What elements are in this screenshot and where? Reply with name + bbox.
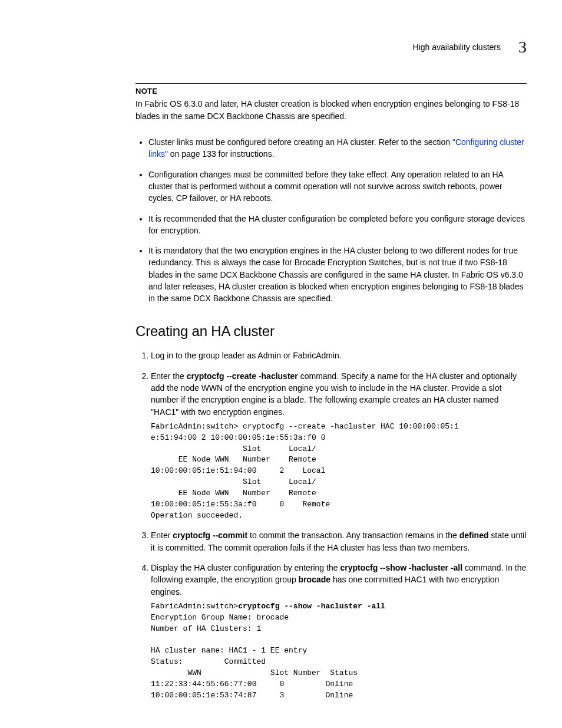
code-block: FabricAdmin:switch>cryptocfg --show -hac…: [151, 601, 527, 701]
bullet-item: Configuration changes must be committed …: [148, 169, 527, 205]
cmd: -hacluster: [259, 371, 298, 381]
step-text: to commit the transaction. Any transacti…: [247, 531, 459, 540]
code-prompt: FabricAdmin:switch>: [151, 602, 238, 611]
bullet-item: It is mandatory that the two encryption …: [148, 245, 527, 304]
code-output: Encryption Group Name: brocade Number of…: [151, 613, 358, 700]
bullet-item: It is recommended that the HA cluster co…: [148, 213, 527, 237]
step-item: Display the HA cluster configuration by …: [151, 562, 527, 701]
step-item: Enter the cryptocfg --create -hacluster …: [151, 370, 527, 522]
note-text: In Fabric OS 6.3.0 and later, HA cluster…: [135, 98, 527, 122]
section-heading: Creating an HA cluster: [135, 321, 527, 342]
step-text: command: [462, 563, 501, 572]
bold-term: defined: [459, 531, 489, 540]
note-rule: [135, 83, 527, 84]
step-text: Enter: [151, 531, 173, 540]
bullet-list: Cluster links must be configured before …: [135, 136, 527, 305]
code-cmd: cryptocfg --show -hacluster -all: [238, 602, 385, 611]
step-item: Log in to the group leader as Admin or F…: [151, 350, 527, 361]
cmd: -all: [451, 563, 462, 572]
cmd: --commit: [213, 531, 247, 540]
note-label: NOTE: [135, 86, 527, 97]
bold-term: brocade: [299, 575, 330, 584]
cmd: cryptocfg: [173, 531, 210, 540]
page-header: High availability clusters 3: [35, 35, 527, 60]
chapter-number: 3: [518, 35, 527, 60]
cmd: --show: [380, 563, 406, 572]
code-block: FabricAdmin:switch> cryptocfg --create -…: [151, 421, 527, 522]
cmd: cryptocfg: [340, 563, 378, 572]
step-item: Enter cryptocfg --commit to commit the t…: [151, 529, 527, 554]
bullet-item: Cluster links must be configured before …: [148, 136, 527, 160]
cmd: -hacluster: [409, 563, 448, 572]
bullet-text: on page 133 for instructions.: [168, 149, 275, 159]
step-text: Enter the: [151, 371, 187, 381]
bullet-text: Cluster links must be configured before …: [148, 137, 452, 147]
header-title: High availability clusters: [413, 41, 501, 53]
cmd: --create: [226, 371, 256, 381]
page-content: NOTE In Fabric OS 6.3.0 and later, HA cl…: [135, 83, 527, 701]
step-text: Display the HA cluster configuration by …: [151, 563, 340, 572]
cmd: cryptocfg: [187, 371, 224, 381]
steps-list: Log in to the group leader as Admin or F…: [135, 350, 527, 701]
